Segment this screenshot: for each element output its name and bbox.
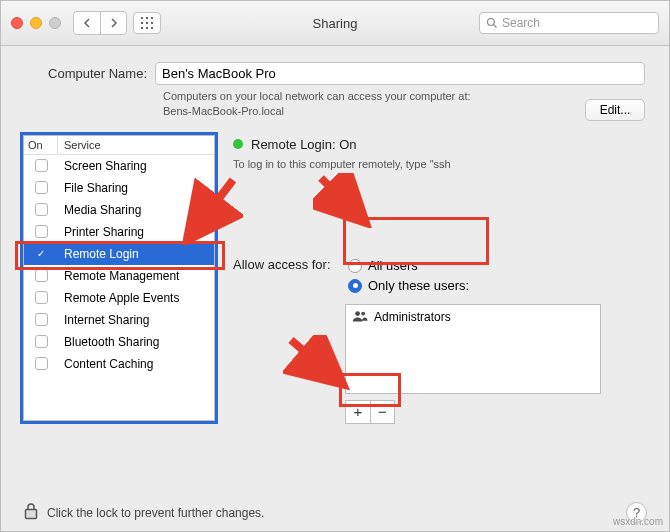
lock-section[interactable]: Click the lock to prevent further change… (23, 502, 264, 523)
service-checkbox[interactable] (35, 203, 48, 216)
user-row[interactable]: Administrators (346, 305, 600, 330)
radio-only-these-users[interactable]: Only these users: (348, 276, 647, 296)
service-label: Printer Sharing (58, 225, 214, 239)
col-header-on: On (24, 136, 58, 154)
search-placeholder: Search (502, 16, 540, 30)
service-checkbox[interactable] (35, 225, 48, 238)
svg-line-15 (291, 340, 338, 380)
service-label: Remote Apple Events (58, 291, 214, 305)
radio-label: All users (368, 258, 418, 273)
svg-rect-8 (151, 27, 153, 29)
radio-all-users[interactable]: All users (348, 256, 647, 276)
svg-rect-0 (141, 17, 143, 19)
service-checkbox[interactable] (35, 335, 48, 348)
user-label: Administrators (374, 310, 451, 324)
service-row-internet-sharing[interactable]: Internet Sharing (24, 309, 214, 331)
minimize-button[interactable] (30, 17, 42, 29)
service-row-media-sharing[interactable]: Media Sharing (24, 199, 214, 221)
svg-rect-5 (151, 22, 153, 24)
service-label: Media Sharing (58, 203, 214, 217)
radio-label: Only these users: (368, 278, 469, 293)
titlebar: Sharing Search (1, 1, 669, 46)
search-input[interactable]: Search (479, 12, 659, 34)
annotation-arrow-to-plus (283, 335, 353, 390)
computer-name-section: Computer Name: Computers on your local n… (1, 46, 669, 125)
main-area: On Service Screen SharingFile SharingMed… (1, 125, 669, 494)
radio-icon (348, 279, 362, 293)
svg-line-14 (321, 178, 361, 218)
service-label: Remote Management (58, 269, 214, 283)
svg-point-12 (361, 311, 365, 315)
service-checkbox[interactable] (35, 181, 48, 194)
service-checkbox[interactable] (35, 291, 48, 304)
edit-hostname-button[interactable]: Edit... (585, 99, 645, 121)
service-row-content-caching[interactable]: Content Caching (24, 353, 214, 375)
computer-name-hint: Computers on your local network can acce… (163, 89, 645, 119)
back-button[interactable] (74, 12, 100, 34)
svg-rect-2 (151, 17, 153, 19)
search-icon (486, 17, 498, 29)
watermark: wsxdn.com (613, 516, 663, 527)
service-label: Internet Sharing (58, 313, 214, 327)
service-row-bluetooth-sharing[interactable]: Bluetooth Sharing (24, 331, 214, 353)
svg-rect-3 (141, 22, 143, 24)
svg-rect-4 (146, 22, 148, 24)
service-label: Content Caching (58, 357, 214, 371)
window-controls (11, 17, 61, 29)
lock-text: Click the lock to prevent further change… (47, 506, 264, 520)
show-all-button[interactable] (133, 12, 161, 34)
col-header-service: Service (58, 136, 214, 154)
svg-rect-7 (146, 27, 148, 29)
status-label: Remote Login: On (251, 137, 357, 152)
service-row-printer-sharing[interactable]: Printer Sharing (24, 221, 214, 243)
service-row-file-sharing[interactable]: File Sharing (24, 177, 214, 199)
service-checkbox[interactable] (35, 269, 48, 282)
lock-icon (23, 502, 39, 523)
service-label: Screen Sharing (58, 159, 214, 173)
service-checkbox[interactable] (35, 247, 48, 260)
forward-button[interactable] (100, 12, 126, 34)
remove-user-button[interactable]: − (370, 401, 394, 423)
service-label: Remote Login (58, 247, 214, 261)
svg-rect-6 (141, 27, 143, 29)
service-checkbox[interactable] (35, 159, 48, 172)
service-row-remote-login[interactable]: Remote Login (24, 243, 214, 265)
svg-line-10 (494, 25, 497, 28)
svg-point-11 (355, 311, 360, 316)
radio-icon (348, 259, 362, 273)
service-label: File Sharing (58, 181, 214, 195)
service-row-remote-apple-events[interactable]: Remote Apple Events (24, 287, 214, 309)
service-row-remote-management[interactable]: Remote Management (24, 265, 214, 287)
service-checkbox[interactable] (35, 313, 48, 326)
annotation-arrow-to-radios (313, 173, 373, 228)
svg-point-9 (488, 19, 495, 26)
sharing-preferences-window: Sharing Search Computer Name: Computers … (0, 0, 670, 532)
status-indicator-icon (233, 139, 243, 149)
nav-back-forward (73, 11, 127, 35)
bottom-bar: Click the lock to prevent further change… (1, 494, 669, 531)
group-icon (352, 309, 368, 326)
zoom-button[interactable] (49, 17, 61, 29)
svg-rect-16 (26, 510, 37, 519)
computer-name-input[interactable] (155, 62, 645, 85)
service-label: Bluetooth Sharing (58, 335, 214, 349)
service-checkbox[interactable] (35, 357, 48, 370)
svg-rect-1 (146, 17, 148, 19)
allowed-users-list[interactable]: Administrators (345, 304, 601, 394)
window-title: Sharing (313, 16, 358, 31)
close-button[interactable] (11, 17, 23, 29)
computer-name-label: Computer Name: (25, 66, 155, 81)
add-user-button[interactable]: + (346, 401, 370, 423)
services-list: On Service Screen SharingFile SharingMed… (23, 135, 215, 421)
service-detail-panel: Remote Login: On To log in to this compu… (233, 135, 647, 484)
allow-access-label: Allow access for: (233, 256, 348, 296)
ssh-hint: To log in to this computer remotely, typ… (233, 158, 647, 170)
add-remove-segment: + − (345, 400, 395, 424)
service-row-screen-sharing[interactable]: Screen Sharing (24, 155, 214, 177)
